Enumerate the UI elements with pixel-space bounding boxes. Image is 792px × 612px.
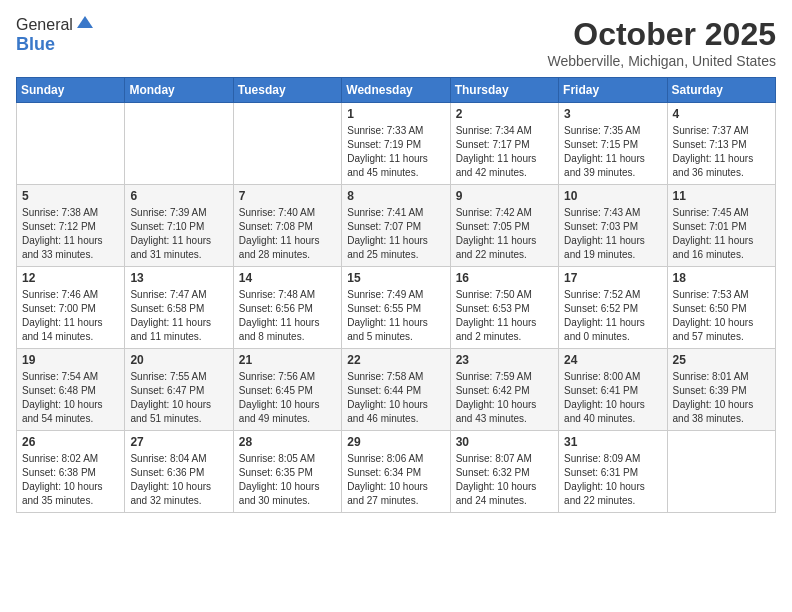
day-number: 28	[239, 435, 336, 449]
calendar-cell: 14Sunrise: 7:48 AM Sunset: 6:56 PM Dayli…	[233, 267, 341, 349]
day-info: Sunrise: 8:07 AM Sunset: 6:32 PM Dayligh…	[456, 452, 553, 508]
page-header: General Blue October 2025 Webberville, M…	[16, 16, 776, 69]
weekday-header: Sunday	[17, 78, 125, 103]
logo-general-text: General	[16, 16, 73, 34]
calendar-cell: 23Sunrise: 7:59 AM Sunset: 6:42 PM Dayli…	[450, 349, 558, 431]
day-info: Sunrise: 7:40 AM Sunset: 7:08 PM Dayligh…	[239, 206, 336, 262]
calendar-cell: 4Sunrise: 7:37 AM Sunset: 7:13 PM Daylig…	[667, 103, 775, 185]
day-number: 10	[564, 189, 661, 203]
logo: General Blue	[16, 16, 95, 55]
day-number: 27	[130, 435, 227, 449]
calendar-cell: 17Sunrise: 7:52 AM Sunset: 6:52 PM Dayli…	[559, 267, 667, 349]
calendar-cell: 25Sunrise: 8:01 AM Sunset: 6:39 PM Dayli…	[667, 349, 775, 431]
day-info: Sunrise: 8:01 AM Sunset: 6:39 PM Dayligh…	[673, 370, 770, 426]
day-number: 17	[564, 271, 661, 285]
calendar-cell: 21Sunrise: 7:56 AM Sunset: 6:45 PM Dayli…	[233, 349, 341, 431]
calendar-week-row: 26Sunrise: 8:02 AM Sunset: 6:38 PM Dayli…	[17, 431, 776, 513]
logo-blue-text: Blue	[16, 34, 95, 55]
day-info: Sunrise: 7:37 AM Sunset: 7:13 PM Dayligh…	[673, 124, 770, 180]
day-info: Sunrise: 7:41 AM Sunset: 7:07 PM Dayligh…	[347, 206, 444, 262]
day-number: 29	[347, 435, 444, 449]
day-number: 2	[456, 107, 553, 121]
calendar-cell: 22Sunrise: 7:58 AM Sunset: 6:44 PM Dayli…	[342, 349, 450, 431]
calendar-cell: 13Sunrise: 7:47 AM Sunset: 6:58 PM Dayli…	[125, 267, 233, 349]
calendar-cell	[667, 431, 775, 513]
calendar-cell: 16Sunrise: 7:50 AM Sunset: 6:53 PM Dayli…	[450, 267, 558, 349]
month-title: October 2025	[547, 16, 776, 53]
calendar-cell: 26Sunrise: 8:02 AM Sunset: 6:38 PM Dayli…	[17, 431, 125, 513]
weekday-header: Thursday	[450, 78, 558, 103]
calendar-cell: 11Sunrise: 7:45 AM Sunset: 7:01 PM Dayli…	[667, 185, 775, 267]
calendar-cell: 30Sunrise: 8:07 AM Sunset: 6:32 PM Dayli…	[450, 431, 558, 513]
day-info: Sunrise: 7:46 AM Sunset: 7:00 PM Dayligh…	[22, 288, 119, 344]
weekday-header: Monday	[125, 78, 233, 103]
calendar-cell: 27Sunrise: 8:04 AM Sunset: 6:36 PM Dayli…	[125, 431, 233, 513]
calendar-cell: 20Sunrise: 7:55 AM Sunset: 6:47 PM Dayli…	[125, 349, 233, 431]
day-number: 31	[564, 435, 661, 449]
day-info: Sunrise: 8:09 AM Sunset: 6:31 PM Dayligh…	[564, 452, 661, 508]
day-info: Sunrise: 7:52 AM Sunset: 6:52 PM Dayligh…	[564, 288, 661, 344]
day-info: Sunrise: 7:42 AM Sunset: 7:05 PM Dayligh…	[456, 206, 553, 262]
day-info: Sunrise: 7:54 AM Sunset: 6:48 PM Dayligh…	[22, 370, 119, 426]
day-number: 14	[239, 271, 336, 285]
day-number: 30	[456, 435, 553, 449]
day-info: Sunrise: 8:02 AM Sunset: 6:38 PM Dayligh…	[22, 452, 119, 508]
day-info: Sunrise: 7:53 AM Sunset: 6:50 PM Dayligh…	[673, 288, 770, 344]
svg-marker-0	[77, 16, 93, 28]
day-number: 3	[564, 107, 661, 121]
calendar-cell: 1Sunrise: 7:33 AM Sunset: 7:19 PM Daylig…	[342, 103, 450, 185]
calendar-cell	[233, 103, 341, 185]
calendar-week-row: 1Sunrise: 7:33 AM Sunset: 7:19 PM Daylig…	[17, 103, 776, 185]
day-info: Sunrise: 7:55 AM Sunset: 6:47 PM Dayligh…	[130, 370, 227, 426]
day-number: 4	[673, 107, 770, 121]
day-info: Sunrise: 7:56 AM Sunset: 6:45 PM Dayligh…	[239, 370, 336, 426]
calendar-week-row: 12Sunrise: 7:46 AM Sunset: 7:00 PM Dayli…	[17, 267, 776, 349]
day-number: 21	[239, 353, 336, 367]
day-number: 13	[130, 271, 227, 285]
calendar-cell: 12Sunrise: 7:46 AM Sunset: 7:00 PM Dayli…	[17, 267, 125, 349]
day-number: 26	[22, 435, 119, 449]
calendar-week-row: 19Sunrise: 7:54 AM Sunset: 6:48 PM Dayli…	[17, 349, 776, 431]
day-info: Sunrise: 7:58 AM Sunset: 6:44 PM Dayligh…	[347, 370, 444, 426]
weekday-header: Saturday	[667, 78, 775, 103]
day-number: 7	[239, 189, 336, 203]
title-block: October 2025 Webberville, Michigan, Unit…	[547, 16, 776, 69]
day-info: Sunrise: 7:38 AM Sunset: 7:12 PM Dayligh…	[22, 206, 119, 262]
logo-icon	[75, 14, 95, 34]
day-number: 22	[347, 353, 444, 367]
weekday-header: Tuesday	[233, 78, 341, 103]
day-info: Sunrise: 7:48 AM Sunset: 6:56 PM Dayligh…	[239, 288, 336, 344]
calendar-cell: 2Sunrise: 7:34 AM Sunset: 7:17 PM Daylig…	[450, 103, 558, 185]
calendar-cell: 8Sunrise: 7:41 AM Sunset: 7:07 PM Daylig…	[342, 185, 450, 267]
day-info: Sunrise: 8:05 AM Sunset: 6:35 PM Dayligh…	[239, 452, 336, 508]
calendar-cell: 10Sunrise: 7:43 AM Sunset: 7:03 PM Dayli…	[559, 185, 667, 267]
calendar-cell: 28Sunrise: 8:05 AM Sunset: 6:35 PM Dayli…	[233, 431, 341, 513]
calendar-cell: 6Sunrise: 7:39 AM Sunset: 7:10 PM Daylig…	[125, 185, 233, 267]
day-number: 16	[456, 271, 553, 285]
calendar-cell: 24Sunrise: 8:00 AM Sunset: 6:41 PM Dayli…	[559, 349, 667, 431]
calendar-cell: 19Sunrise: 7:54 AM Sunset: 6:48 PM Dayli…	[17, 349, 125, 431]
calendar-cell: 9Sunrise: 7:42 AM Sunset: 7:05 PM Daylig…	[450, 185, 558, 267]
day-number: 1	[347, 107, 444, 121]
day-info: Sunrise: 7:33 AM Sunset: 7:19 PM Dayligh…	[347, 124, 444, 180]
day-info: Sunrise: 7:34 AM Sunset: 7:17 PM Dayligh…	[456, 124, 553, 180]
day-info: Sunrise: 7:50 AM Sunset: 6:53 PM Dayligh…	[456, 288, 553, 344]
calendar-cell	[125, 103, 233, 185]
day-info: Sunrise: 7:47 AM Sunset: 6:58 PM Dayligh…	[130, 288, 227, 344]
day-info: Sunrise: 8:04 AM Sunset: 6:36 PM Dayligh…	[130, 452, 227, 508]
day-number: 12	[22, 271, 119, 285]
calendar-week-row: 5Sunrise: 7:38 AM Sunset: 7:12 PM Daylig…	[17, 185, 776, 267]
day-info: Sunrise: 7:45 AM Sunset: 7:01 PM Dayligh…	[673, 206, 770, 262]
weekday-header-row: SundayMondayTuesdayWednesdayThursdayFrid…	[17, 78, 776, 103]
day-info: Sunrise: 8:00 AM Sunset: 6:41 PM Dayligh…	[564, 370, 661, 426]
day-info: Sunrise: 7:59 AM Sunset: 6:42 PM Dayligh…	[456, 370, 553, 426]
day-number: 11	[673, 189, 770, 203]
calendar-table: SundayMondayTuesdayWednesdayThursdayFrid…	[16, 77, 776, 513]
day-number: 23	[456, 353, 553, 367]
day-info: Sunrise: 7:43 AM Sunset: 7:03 PM Dayligh…	[564, 206, 661, 262]
day-number: 6	[130, 189, 227, 203]
day-number: 8	[347, 189, 444, 203]
calendar-cell: 7Sunrise: 7:40 AM Sunset: 7:08 PM Daylig…	[233, 185, 341, 267]
day-number: 25	[673, 353, 770, 367]
day-number: 24	[564, 353, 661, 367]
